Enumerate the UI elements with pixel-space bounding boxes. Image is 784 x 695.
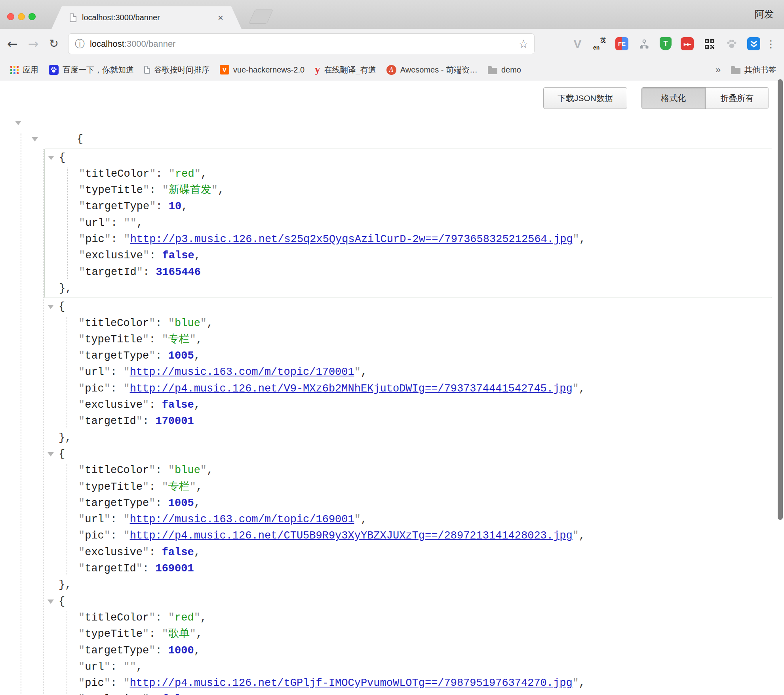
quote: ": [78, 628, 85, 640]
quote: ": [149, 168, 156, 180]
number-value: false: [162, 250, 194, 262]
colon: :: [155, 497, 168, 509]
field-key: pic: [85, 383, 104, 395]
comma: ,: [181, 200, 188, 212]
object-open-row: {: [45, 150, 772, 166]
bookmark-folder-demo[interactable]: demo: [488, 65, 521, 74]
json-field-row: "pic": "http://p4.music.126.net/V9-MXz6b…: [0, 381, 784, 397]
colon: :: [155, 317, 168, 329]
minimize-window-button[interactable]: [18, 13, 25, 20]
qr-code-icon[interactable]: [703, 37, 716, 50]
colon: :: [143, 266, 156, 278]
url-link[interactable]: http://p3.music.126.net/s25q2x5QyqsAzilC…: [130, 233, 573, 245]
quote: ": [78, 677, 85, 689]
quote: ": [78, 366, 85, 378]
json-field-row: "typeTitle": "专栏",: [0, 479, 784, 495]
fehelper-icon[interactable]: FE: [615, 37, 628, 50]
sitemap-icon[interactable]: [637, 37, 651, 50]
bookmarks-overflow-chevron[interactable]: »: [715, 64, 721, 75]
close-window-button[interactable]: [7, 13, 14, 20]
close-brace: },: [59, 432, 71, 444]
collapse-triangle[interactable]: [32, 137, 38, 141]
quote: ": [78, 645, 85, 657]
field-key: targetType: [85, 497, 149, 509]
address-bar[interactable]: ⓘ localhost :3000/banner ☆: [68, 33, 535, 54]
comma: ,: [137, 217, 143, 229]
field-key: url: [85, 217, 105, 229]
bookmark-vue-hackernews[interactable]: v vue-hackernews-2.0: [220, 65, 304, 74]
bookmark-apps[interactable]: 应用: [10, 65, 38, 75]
zoom-window-button[interactable]: [29, 13, 36, 20]
colon: :: [155, 350, 168, 362]
other-bookmarks[interactable]: 其他书签: [731, 65, 776, 75]
string-value: red: [175, 168, 194, 180]
fast-forward-icon[interactable]: ►►: [681, 37, 694, 50]
field-key: titleColor: [85, 317, 149, 329]
quote: ": [78, 317, 85, 329]
collapse-triangle[interactable]: [48, 452, 54, 456]
json-tree: { "banners": [ {"titleColor": "red","typ…: [0, 81, 784, 695]
json-array-item: {"titleColor": "red","typeTitle": "新碟首发"…: [44, 149, 772, 298]
new-tab-button[interactable]: [249, 10, 273, 24]
json-field-row: "targetType": 1000,: [0, 643, 784, 659]
collapse-triangle[interactable]: [15, 121, 21, 125]
quote: ": [162, 628, 168, 640]
collapse-triangle[interactable]: [48, 305, 54, 309]
bookmark-baidu[interactable]: 百度一下，你就知道: [49, 65, 134, 75]
json-field-row: "url": "",: [45, 215, 772, 231]
quote: ": [200, 464, 207, 476]
url-link[interactable]: http://music.163.com/m/topic/169001: [130, 514, 354, 525]
colon: :: [155, 464, 168, 476]
vue-devtools-icon[interactable]: V: [571, 37, 584, 50]
quote: ": [143, 481, 149, 493]
quote: ": [104, 677, 110, 689]
profile-name[interactable]: 阿发: [755, 8, 774, 21]
object-fields: "titleColor": "red","typeTitle": "歌单","t…: [0, 610, 784, 695]
quote: ": [123, 530, 129, 542]
string-value: blue: [175, 317, 200, 329]
translate-icon[interactable]: 英 en: [593, 37, 606, 50]
string-value: 新碟首发: [169, 184, 211, 196]
info-icon[interactable]: ⓘ: [75, 37, 85, 50]
quote: ": [354, 514, 361, 525]
browser-tab[interactable]: localhost:3000/banner ×: [51, 6, 242, 29]
url-link[interactable]: http://p4.music.126.net/CTU5B9R9y3XyYBZX…: [130, 530, 573, 542]
bookmark-google-sort[interactable]: 谷歌按时间排序: [144, 65, 209, 75]
url-link[interactable]: http://music.163.com/m/topic/170001: [130, 366, 354, 378]
json-field-row: "targetId": 3165446: [45, 264, 772, 281]
json-array-item: {"titleColor": "blue","typeTitle": "专栏",…: [0, 446, 784, 594]
json-field-row: "url": "http://music.163.com/m/topic/169…: [0, 512, 784, 528]
back-icon[interactable]: ←: [7, 38, 18, 50]
colon: :: [110, 661, 123, 673]
reload-icon[interactable]: ↻: [49, 38, 59, 50]
open-brace: {: [59, 596, 65, 607]
quote: ": [123, 383, 129, 395]
bookmark-label: 在线翻译_有道: [324, 65, 376, 75]
object-open-row: {: [0, 446, 784, 462]
url-link[interactable]: http://p4.music.126.net/V9-MXz6b2MNhEKju…: [130, 383, 573, 395]
url-link[interactable]: http://p4.music.126.net/tGPljf-IMOCyPvum…: [130, 677, 573, 689]
bookmark-star-icon[interactable]: ☆: [518, 37, 529, 51]
number-value: 1000: [168, 645, 194, 657]
browser-menu-icon[interactable]: ⋮: [766, 29, 776, 59]
collapse-triangle[interactable]: [48, 156, 54, 160]
quote: ": [79, 266, 85, 278]
forward-icon[interactable]: →: [28, 38, 39, 50]
colon: :: [110, 383, 123, 395]
field-key: pic: [85, 677, 104, 689]
awesomes-icon: A: [386, 65, 396, 75]
quote: ": [123, 661, 129, 673]
tab-close-icon[interactable]: ×: [218, 13, 223, 23]
paw-icon[interactable]: [725, 37, 738, 50]
collapse-triangle[interactable]: [48, 600, 54, 604]
bookmark-youdao[interactable]: y 在线翻译_有道: [315, 65, 376, 75]
colon: :: [156, 200, 168, 212]
quote: ": [124, 217, 130, 229]
json-field-row: "typeTitle": "新碟首发",: [45, 182, 772, 199]
scrollbar-thumb[interactable]: [778, 79, 783, 520]
download-chevrons-icon[interactable]: [747, 37, 760, 50]
shield-icon[interactable]: T: [660, 37, 672, 50]
bookmark-label: 其他书签: [744, 65, 776, 75]
traffic-lights: [7, 13, 36, 20]
bookmark-awesomes[interactable]: A Awesomes - 前端资…: [386, 65, 478, 75]
